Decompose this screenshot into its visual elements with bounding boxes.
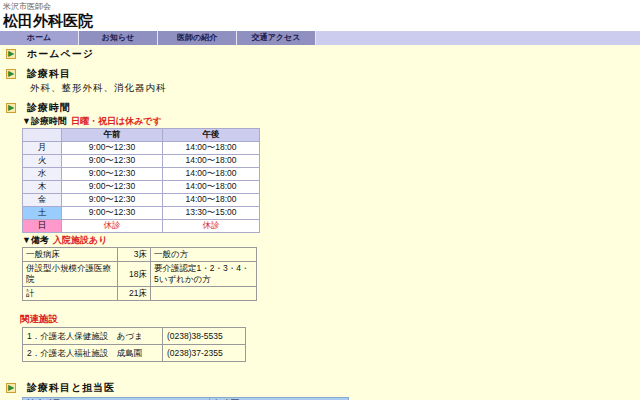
arrow-bullet-icon: ▶ (6, 69, 16, 79)
hours-header-row: 午前 午後 (23, 129, 260, 142)
hours-row-thu: 木 9:00〜12:30 14:00〜18:00 (23, 181, 260, 194)
beds-row-careward: 併設型小規模介護医療院 18床 要介護認定1・2・3・4・5いずれかの方 (23, 262, 257, 287)
remarks-caption: ▼備考入院施設あり (22, 235, 640, 246)
main-content: ▶ ホームページ ▶ 診療科目 外科、整形外科、消化器内科 ▶ 診療時間 ▼診療… (0, 45, 640, 400)
hours-corner-cell (23, 129, 62, 142)
section-title-hours: 診療時間 (27, 101, 71, 115)
tab-access[interactable]: 交通アクセス (237, 31, 316, 45)
hours-row-tue: 火 9:00〜12:30 14:00〜18:00 (23, 155, 260, 168)
section-title-departments: 診療科目 (27, 67, 71, 81)
beds-count: 3床 (118, 248, 151, 262)
hours-col-pm: 午後 (163, 129, 260, 142)
pm-cell: 14:00〜18:00 (163, 142, 260, 155)
nav-bar-filler (316, 31, 640, 45)
nav-bar: ホーム お知らせ 医師の紹介 交通アクセス (0, 31, 640, 45)
pm-cell: 14:00〜18:00 (163, 181, 260, 194)
association-name: 米沢市医師会 (3, 2, 640, 11)
arrow-bullet-icon: ▶ (6, 103, 16, 113)
day-cell: 金 (23, 194, 62, 207)
hours-table: 午前 午後 月 9:00〜12:30 14:00〜18:00 火 9:00〜12… (22, 128, 260, 233)
am-cell: 9:00〜12:30 (62, 168, 163, 181)
hours-caption: ▼診療時間日曜・祝日は休みです (22, 116, 640, 127)
related-facilities-table: 1．介護老人保健施設 あづま (0238)38-5535 2．介護老人福祉施設 … (22, 327, 246, 362)
beds-row-general: 一般病床 3床 一般の方 (23, 248, 257, 262)
hours-caption-label: ▼診療時間 (22, 116, 67, 126)
remarks-caption-note: 入院施設あり (53, 235, 107, 245)
hours-row-sat: 土 9:00〜12:30 13:30〜15:00 (23, 207, 260, 220)
beds-note: 要介護認定1・2・3・4・5いずれかの方 (151, 262, 257, 287)
facility-name: 1．介護老人保健施設 あづま (23, 328, 163, 345)
section-doctors: ▶ 診療科目と担当医 (6, 382, 640, 394)
arrow-bullet-icon: ▶ (6, 383, 16, 393)
hours-caption-note: 日曜・祝日は休みです (71, 116, 162, 126)
remarks-caption-label: ▼備考 (22, 235, 49, 245)
beds-type: 計 (23, 287, 118, 301)
am-cell: 9:00〜12:30 (62, 155, 163, 168)
beds-table: 一般病床 3床 一般の方 併設型小規模介護医療院 18床 要介護認定1・2・3・… (22, 247, 257, 301)
beds-count: 21床 (118, 287, 151, 301)
beds-type: 併設型小規模介護医療院 (23, 262, 118, 287)
beds-note (151, 287, 257, 301)
pm-cell-closed: 休診 (163, 220, 260, 233)
hours-row-wed: 水 9:00〜12:30 14:00〜18:00 (23, 168, 260, 181)
related-facilities-title: 関連施設 (20, 313, 640, 324)
section-title-doctors: 診療科目と担当医 (27, 381, 115, 395)
day-cell-saturday: 土 (23, 207, 62, 220)
facility-phone: (0238)38-5535 (163, 328, 246, 345)
am-cell: 9:00〜12:30 (62, 194, 163, 207)
tab-home[interactable]: ホーム (0, 31, 79, 45)
page-title: 松田外科医院 (3, 12, 640, 30)
section-departments: ▶ 診療科目 (6, 68, 640, 80)
am-cell: 9:00〜12:30 (62, 142, 163, 155)
pm-cell: 14:00〜18:00 (163, 168, 260, 181)
hours-row-mon: 月 9:00〜12:30 14:00〜18:00 (23, 142, 260, 155)
pm-cell: 14:00〜18:00 (163, 155, 260, 168)
am-cell: 9:00〜12:30 (62, 181, 163, 194)
section-hours: ▶ 診療時間 (6, 102, 640, 114)
related-row: 2．介護老人福祉施設 成島園 (0238)37-2355 (23, 345, 246, 362)
hours-row-sun: 日 休診 休診 (23, 220, 260, 233)
facility-name: 2．介護老人福祉施設 成島園 (23, 345, 163, 362)
related-row: 1．介護老人保健施設 あづま (0238)38-5535 (23, 328, 246, 345)
tab-doctor-intro[interactable]: 医師の紹介 (158, 31, 237, 45)
beds-count: 18床 (118, 262, 151, 287)
beds-type: 一般病床 (23, 248, 118, 262)
am-cell-closed: 休診 (62, 220, 163, 233)
day-cell: 木 (23, 181, 62, 194)
hours-row-fri: 金 9:00〜12:30 14:00〜18:00 (23, 194, 260, 207)
hours-col-am: 午前 (62, 129, 163, 142)
beds-row-total: 計 21床 (23, 287, 257, 301)
pm-cell: 13:30〜15:00 (163, 207, 260, 220)
pm-cell: 14:00〜18:00 (163, 194, 260, 207)
am-cell: 9:00〜12:30 (62, 207, 163, 220)
facility-phone: (0238)37-2355 (163, 345, 246, 362)
beds-note: 一般の方 (151, 248, 257, 262)
departments-list: 外科、整形外科、消化器内科 (30, 82, 640, 94)
day-cell: 火 (23, 155, 62, 168)
day-cell: 月 (23, 142, 62, 155)
day-cell-sunday: 日 (23, 220, 62, 233)
day-cell: 水 (23, 168, 62, 181)
page-header: 米沢市医師会 松田外科医院 (0, 0, 640, 30)
arrow-bullet-icon: ▶ (6, 49, 16, 59)
section-homepage: ▶ ホームページ (6, 48, 640, 60)
tab-news[interactable]: お知らせ (79, 31, 158, 45)
page: 米沢市医師会 松田外科医院 ホーム お知らせ 医師の紹介 交通アクセス ▶ ホー… (0, 0, 640, 400)
section-title-homepage: ホームページ (27, 47, 94, 61)
